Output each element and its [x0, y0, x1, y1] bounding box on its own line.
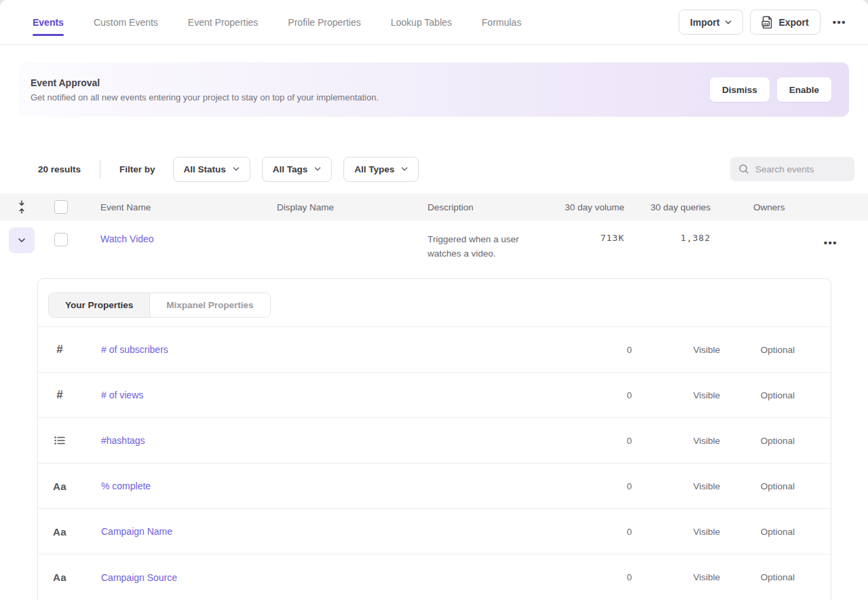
chevron-down-icon: [18, 236, 26, 244]
top-nav: Events Custom Events Event Properties Pr…: [0, 0, 868, 45]
collapse-all-icon[interactable]: [0, 200, 43, 214]
property-status: Optional: [720, 345, 795, 355]
description-cell: Triggered when a user watches a video.: [428, 221, 540, 261]
event-name-link[interactable]: Watch Video: [100, 233, 154, 244]
property-row: #hashtags 0 Visible Optional: [38, 418, 831, 464]
text-icon: Aa: [53, 481, 67, 492]
volume-cell: 713K: [556, 221, 624, 243]
tags-filter-dropdown[interactable]: All Tags: [262, 157, 333, 182]
tab-formulas[interactable]: Formulas: [482, 0, 521, 44]
queries-cell: 1,382: [624, 221, 711, 243]
properties-tab-group: Your Properties Mixpanel Properties: [48, 293, 271, 318]
row-more-button[interactable]: •••: [818, 233, 843, 252]
column-owners: Owners: [711, 202, 868, 212]
property-queries: 0: [564, 572, 632, 582]
column-display-name: Display Name: [277, 202, 428, 212]
property-visibility: Visible: [632, 436, 720, 446]
nav-tabs: Events Custom Events Event Properties Pr…: [33, 0, 521, 44]
csv-file-icon: csv: [761, 16, 773, 29]
property-queries: 0: [564, 436, 632, 446]
tab-profile-properties[interactable]: Profile Properties: [288, 0, 360, 44]
property-queries: 0: [564, 481, 632, 491]
nav-more-button[interactable]: •••: [827, 12, 852, 32]
property-status: Optional: [720, 390, 795, 400]
tab-custom-events[interactable]: Custom Events: [94, 0, 158, 44]
event-approval-banner: Event Approval Get notified on all new e…: [19, 62, 849, 117]
property-visibility: Visible: [632, 345, 720, 355]
filter-row: 20 results Filter by All Status All Tags…: [0, 156, 868, 182]
property-visibility: Visible: [632, 572, 720, 582]
banner-text: Event Approval Get notified on all new e…: [31, 77, 379, 102]
banner-wrap: Event Approval Get notified on all new e…: [0, 45, 868, 117]
text-icon: Aa: [53, 526, 67, 538]
property-row: Aa Campaign Name 0 Visible Optional: [38, 509, 831, 555]
column-30-day-queries: 30 day queries: [624, 202, 711, 212]
property-row: # # of subscribers 0 Visible Optional: [38, 327, 831, 373]
column-30-day-volume: 30 day volume: [556, 202, 624, 212]
tab-your-properties[interactable]: Your Properties: [49, 293, 150, 317]
filter-by-label: Filter by: [119, 164, 155, 174]
properties-panel: Your Properties Mixpanel Properties # # …: [37, 278, 831, 600]
banner-title: Event Approval: [31, 77, 379, 88]
tab-mixpanel-properties[interactable]: Mixpanel Properties: [150, 293, 269, 317]
property-visibility: Visible: [632, 390, 720, 400]
svg-text:csv: csv: [763, 22, 769, 26]
tab-events[interactable]: Events: [33, 0, 64, 44]
table-row-watch-video: Watch Video Triggered when a user watche…: [0, 221, 868, 268]
property-visibility: Visible: [632, 481, 720, 491]
display-name-cell: [277, 221, 428, 233]
property-row: Aa Campaign Source 0 Visible Optional: [38, 555, 831, 600]
tab-lookup-tables[interactable]: Lookup Tables: [391, 0, 452, 44]
property-queries: 0: [564, 527, 632, 537]
divider: [100, 160, 100, 179]
tags-filter-value: All Tags: [273, 164, 308, 174]
property-status: Optional: [720, 481, 795, 491]
text-icon: Aa: [53, 571, 67, 583]
import-button-label: Import: [690, 17, 720, 28]
property-row: # # of views 0 Visible Optional: [38, 373, 831, 418]
status-filter-dropdown[interactable]: All Status: [173, 157, 250, 182]
chevron-down-icon: [233, 166, 240, 172]
property-name-link[interactable]: Campaign Source: [101, 572, 177, 583]
column-description: Description: [428, 202, 556, 212]
property-status: Optional: [720, 527, 795, 537]
search-events-box[interactable]: [730, 157, 854, 181]
property-queries: 0: [564, 390, 632, 400]
property-status: Optional: [720, 436, 795, 446]
chevron-down-icon: [725, 19, 732, 26]
chevron-down-icon: [314, 166, 321, 172]
property-name-link[interactable]: Campaign Name: [101, 526, 172, 537]
dismiss-button[interactable]: Dismiss: [710, 77, 770, 102]
chevron-down-icon: [401, 166, 408, 172]
property-name-link[interactable]: #hashtags: [101, 435, 145, 446]
property-name-link[interactable]: % complete: [101, 481, 151, 491]
tab-event-properties[interactable]: Event Properties: [188, 0, 259, 44]
enable-button[interactable]: Enable: [777, 77, 831, 102]
types-filter-value: All Types: [354, 164, 394, 174]
events-table-header: Event Name Display Name Description 30 d…: [0, 193, 868, 221]
search-icon: [738, 164, 749, 174]
properties-panel-header: Your Properties Mixpanel Properties: [38, 279, 831, 327]
select-all-checkbox[interactable]: [54, 200, 68, 214]
results-count: 20 results: [38, 164, 81, 174]
lexicon-events-page: Events Custom Events Event Properties Pr…: [0, 0, 868, 600]
nav-actions: Import csv Export •••: [679, 10, 852, 35]
status-filter-value: All Status: [184, 164, 226, 174]
row-checkbox[interactable]: [54, 233, 68, 246]
number-icon: #: [38, 388, 81, 402]
column-event-name: Event Name: [81, 202, 277, 212]
property-name-link[interactable]: # of views: [101, 390, 143, 400]
export-button-label: Export: [778, 17, 808, 28]
property-name-link[interactable]: # of subscribers: [101, 344, 168, 355]
number-icon: #: [38, 343, 81, 356]
property-queries: 0: [564, 345, 632, 355]
banner-actions: Dismiss Enable: [710, 77, 831, 102]
list-icon: [38, 436, 81, 445]
property-visibility: Visible: [632, 527, 720, 537]
property-row: Aa % complete 0 Visible Optional: [38, 464, 831, 509]
import-button[interactable]: Import: [679, 10, 744, 35]
export-button[interactable]: csv Export: [750, 10, 820, 35]
row-expand-button[interactable]: [9, 227, 35, 253]
types-filter-dropdown[interactable]: All Types: [343, 157, 419, 182]
search-events-input[interactable]: [755, 164, 846, 174]
